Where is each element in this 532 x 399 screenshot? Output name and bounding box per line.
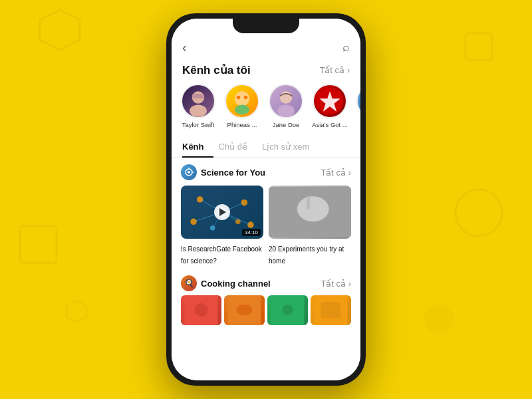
svg-marker-0 [40, 10, 80, 50]
cooking-channel-info: 🍳 Cooking channel [181, 275, 271, 291]
svg-rect-1 [20, 226, 57, 263]
cooking-thumb-3[interactable] [267, 295, 308, 325]
cooking-thumb-row [172, 295, 360, 325]
science-channel-info: Science for You [181, 164, 265, 180]
science-video-row: 34:10 Is ResearchGate Facebook for scien… [181, 186, 351, 266]
svg-rect-46 [321, 302, 341, 319]
video-title-experiment: 20 Experiments you try at home [269, 245, 344, 265]
phone-frame: ‹ ⌕ Kênh của tôi Tất cả › [166, 13, 366, 386]
science-section-header: Science for You Tất cả › [181, 164, 351, 180]
svg-rect-3 [466, 33, 492, 60]
svg-point-7 [190, 105, 207, 117]
tab-lichsu[interactable]: Lịch sử xem [262, 136, 319, 157]
channel-avatar-5: 5 [356, 84, 360, 118]
channel-list: Taylor Swift Phineas ... [172, 84, 360, 136]
channel-avatar-taylor [181, 84, 215, 118]
video-thumb-experiment [269, 186, 351, 239]
play-button-research[interactable] [214, 204, 230, 220]
notch [233, 19, 299, 33]
svg-point-42 [237, 305, 253, 315]
cooking-channel-icon: 🍳 [181, 275, 197, 291]
phone-screen: ‹ ⌕ Kênh của tôi Tất cả › [172, 19, 360, 380]
avatar-inner-jane [270, 85, 302, 117]
cooking-see-all[interactable]: Tất cả › [321, 279, 351, 289]
video-title-research: Is ResearchGate Facebook for science? [181, 245, 262, 265]
channel-item-taylor[interactable]: Taylor Swift [180, 84, 217, 128]
svg-rect-38 [307, 196, 310, 209]
channel-item-5[interactable]: 5 5... [355, 84, 360, 128]
channel-name-jane: Jane Doe [273, 121, 300, 128]
channel-name-phineas: Phineas ... [227, 121, 257, 128]
svg-rect-8 [192, 94, 204, 98]
cooking-channel-name: Cooking channel [201, 279, 271, 289]
channel-item-jane[interactable]: Jane Doe [267, 84, 305, 128]
my-channels-see-all[interactable]: Tất cả › [319, 65, 350, 75]
svg-point-14 [277, 105, 295, 117]
channel-item-asia[interactable]: Asia's Got ... [311, 84, 348, 128]
tab-kenh[interactable]: Kênh [182, 136, 213, 157]
avatar-inner-5: 5 [358, 85, 360, 117]
avatar-inner-asia [314, 85, 346, 117]
svg-point-11 [237, 96, 241, 100]
science-see-all[interactable]: Tất cả › [321, 168, 351, 178]
svg-point-26 [190, 219, 197, 225]
svg-point-12 [244, 96, 248, 100]
science-channel-icon [181, 164, 197, 180]
avatar-inner-phineas [226, 85, 258, 117]
tab-chude[interactable]: Chủ đề [219, 136, 257, 157]
svg-point-37 [297, 196, 329, 221]
svg-marker-5 [66, 301, 86, 322]
science-section: Science for You Tất cả › [172, 164, 360, 273]
channel-avatar-asia [313, 84, 347, 118]
svg-point-10 [235, 105, 249, 115]
svg-point-27 [247, 221, 254, 228]
play-triangle [219, 208, 226, 216]
cooking-thumb-1[interactable] [181, 295, 221, 325]
science-channel-name: Science for You [201, 168, 265, 178]
video-duration-research: 34:10 [242, 229, 261, 236]
video-card-experiment[interactable]: 20 Experiments you try at home [269, 186, 351, 266]
channel-item-phineas[interactable]: Phineas ... [223, 84, 261, 128]
avatar-inner-taylor [182, 85, 214, 117]
svg-point-44 [283, 305, 293, 315]
video-thumb-research: 34:10 [181, 186, 263, 239]
svg-point-20 [188, 171, 190, 174]
channel-avatar-phineas [225, 84, 259, 118]
tabs-bar: Kênh Chủ đề Lịch sử xem [172, 136, 360, 158]
screen-content: ‹ ⌕ Kênh của tôi Tất cả › [172, 19, 360, 380]
cooking-thumb-4[interactable] [311, 295, 351, 325]
svg-point-40 [195, 303, 208, 317]
channel-name-asia: Asia's Got ... [312, 121, 348, 128]
my-channels-title: Kênh của tôi [182, 63, 251, 77]
search-icon[interactable]: ⌕ [342, 41, 350, 55]
svg-point-2 [456, 190, 502, 236]
svg-point-9 [235, 91, 249, 106]
cooking-section-header: 🍳 Cooking channel Tất cả › [172, 273, 360, 295]
cooking-thumb-2[interactable] [224, 295, 265, 325]
my-channels-header: Kênh của tôi Tất cả › [172, 61, 360, 84]
channel-name-taylor: Taylor Swift [182, 121, 215, 128]
channel-avatar-jane [269, 84, 303, 118]
svg-point-4 [424, 305, 454, 334]
video-card-research[interactable]: 34:10 Is ResearchGate Facebook for scien… [181, 186, 263, 266]
back-button[interactable]: ‹ [182, 40, 187, 55]
